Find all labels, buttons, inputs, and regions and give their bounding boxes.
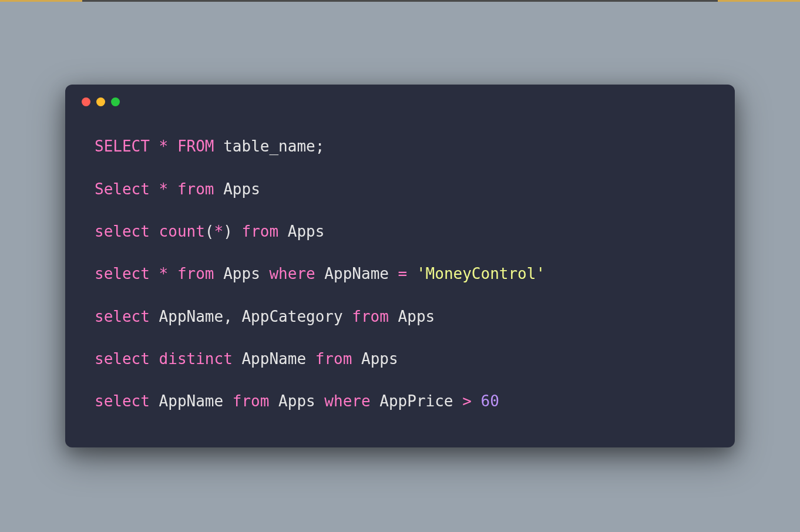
code-token: [150, 265, 159, 282]
code-token: AppName: [315, 265, 398, 282]
code-token: [472, 392, 481, 410]
code-line[interactable]: select AppName from Apps where AppPrice …: [95, 390, 705, 412]
code-token: select: [95, 223, 150, 240]
code-token: SELECT: [95, 137, 150, 155]
code-line[interactable]: Select * from Apps: [95, 179, 705, 200]
code-token: from: [233, 392, 270, 410]
code-token: where: [269, 265, 315, 282]
code-token: 'MoneyControl': [416, 265, 545, 282]
code-token: [407, 265, 416, 282]
code-token: AppPrice: [371, 392, 463, 410]
code-token: Apps: [352, 350, 398, 368]
code-token: distinct: [159, 350, 233, 368]
code-token: Apps: [214, 265, 270, 282]
code-line[interactable]: select distinct AppName from Apps: [95, 348, 705, 369]
code-token: Apps: [269, 392, 324, 410]
code-editor[interactable]: SELECT * FROM table_name;Select * from A…: [65, 112, 735, 447]
code-token: 60: [481, 392, 499, 410]
code-token: select: [95, 265, 150, 282]
code-token: *: [159, 180, 169, 198]
code-token: from: [177, 265, 214, 282]
code-token: from: [177, 180, 214, 198]
code-token: [168, 180, 177, 198]
code-token: from: [352, 308, 389, 325]
code-token: (: [205, 223, 214, 240]
code-window: SELECT * FROM table_name;Select * from A…: [65, 85, 735, 447]
close-icon[interactable]: [82, 97, 90, 106]
code-token: FROM: [177, 137, 214, 155]
code-line[interactable]: select * from Apps where AppName = 'Mone…: [95, 263, 705, 284]
code-line[interactable]: select AppName, AppCategory from Apps: [95, 306, 705, 327]
code-token: [150, 180, 159, 198]
code-token: Apps: [389, 308, 435, 325]
code-token: *: [214, 223, 224, 240]
code-token: count: [159, 223, 205, 240]
code-token: Apps: [214, 180, 260, 198]
code-token: [168, 265, 177, 282]
code-token: select: [95, 350, 150, 368]
code-token: *: [159, 265, 169, 282]
code-token: where: [324, 392, 370, 410]
code-token: [168, 137, 177, 155]
code-line[interactable]: select count(*) from Apps: [95, 221, 705, 242]
code-token: select: [95, 308, 150, 325]
code-token: AppName: [150, 392, 233, 410]
code-line[interactable]: SELECT * FROM table_name;: [95, 136, 705, 157]
code-token: select: [95, 392, 150, 410]
top-accent-bar: [0, 0, 800, 2]
code-token: table_name;: [214, 137, 325, 155]
code-token: =: [398, 265, 408, 282]
code-token: >: [462, 392, 472, 410]
code-token: Select: [95, 180, 150, 198]
code-token: [150, 223, 159, 240]
minimize-icon[interactable]: [96, 97, 105, 106]
code-token: [150, 350, 159, 368]
code-token: [150, 137, 159, 155]
code-token: AppName: [233, 350, 315, 368]
maximize-icon[interactable]: [111, 97, 120, 106]
window-titlebar: [65, 85, 735, 112]
code-token: Apps: [278, 223, 324, 240]
code-token: AppName, AppCategory: [150, 308, 352, 325]
code-token: [233, 223, 242, 240]
code-token: from: [315, 350, 352, 368]
code-token: *: [159, 137, 169, 155]
code-token: from: [241, 223, 278, 240]
code-token: ): [223, 223, 233, 240]
